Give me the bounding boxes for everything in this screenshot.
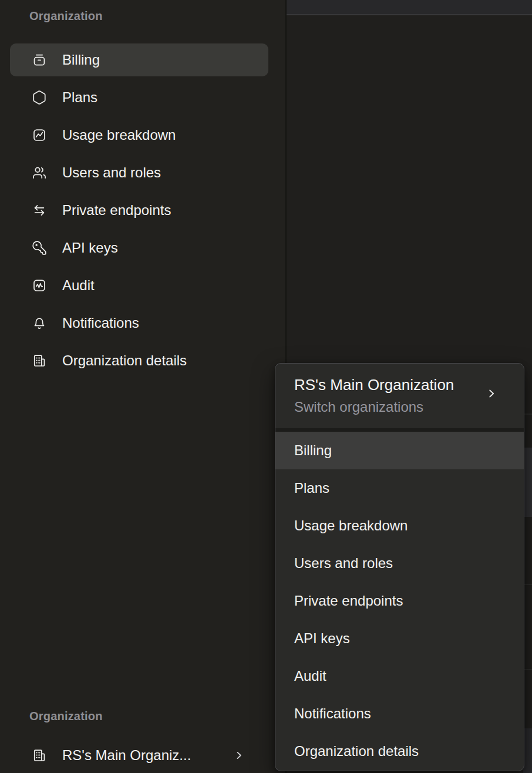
footer-section-label: Organization bbox=[29, 710, 103, 723]
chevron-right-icon bbox=[233, 750, 245, 761]
sidebar-item-label: Private endpoints bbox=[62, 202, 171, 219]
sidebar-item-label: Notifications bbox=[62, 315, 139, 331]
popup-item-label: API keys bbox=[294, 630, 350, 647]
audit-pulse-icon bbox=[32, 278, 47, 293]
popup-org-subtitle: Switch organizations bbox=[294, 399, 483, 415]
footer-org-switcher[interactable]: RS's Main Organiz... bbox=[10, 739, 268, 772]
popup-item-api-keys[interactable]: API keys bbox=[275, 620, 524, 657]
sidebar-item-billing[interactable]: Billing bbox=[10, 43, 268, 76]
popup-item-users-and-roles[interactable]: Users and roles bbox=[275, 545, 524, 582]
building-icon bbox=[32, 353, 47, 368]
popup-item-notifications[interactable]: Notifications bbox=[275, 695, 524, 732]
sidebar-item-api-keys[interactable]: API keys bbox=[10, 231, 268, 264]
background-row-highlight bbox=[523, 448, 532, 517]
popup-item-label: Notifications bbox=[294, 705, 371, 722]
hexagon-icon bbox=[32, 90, 47, 105]
sidebar-item-plans[interactable]: Plans bbox=[10, 81, 268, 114]
popup-item-label: Audit bbox=[294, 668, 326, 684]
popup-item-billing[interactable]: Billing bbox=[275, 432, 524, 469]
sidebar: Organization BillingPlansUsage breakdown… bbox=[0, 0, 287, 773]
popup-item-label: Billing bbox=[294, 442, 332, 459]
footer-org-name: RS's Main Organiz... bbox=[62, 747, 191, 764]
popup-item-label: Organization details bbox=[294, 743, 419, 759]
popup-item-label: Private endpoints bbox=[294, 593, 403, 609]
sidebar-item-label: API keys bbox=[62, 240, 118, 256]
sidebar-item-label: Users and roles bbox=[62, 164, 161, 181]
chevron-right-icon bbox=[485, 387, 498, 400]
sidebar-item-label: Plans bbox=[62, 89, 97, 106]
chart-trend-icon bbox=[32, 127, 47, 143]
content-topbar bbox=[287, 0, 532, 15]
sidebar-item-notifications[interactable]: Notifications bbox=[10, 307, 268, 340]
popup-item-usage-breakdown[interactable]: Usage breakdown bbox=[275, 507, 524, 545]
popup-item-plans[interactable]: Plans bbox=[275, 469, 524, 507]
sidebar-item-private-endpoints[interactable]: Private endpoints bbox=[10, 194, 268, 227]
popup-menu-items: BillingPlansUsage breakdownUsers and rol… bbox=[275, 432, 524, 770]
popup-item-label: Usage breakdown bbox=[294, 517, 408, 534]
popup-item-organization-details[interactable]: Organization details bbox=[275, 732, 524, 770]
sidebar-item-usage-breakdown[interactable]: Usage breakdown bbox=[10, 119, 268, 152]
background-row-highlight bbox=[523, 728, 532, 773]
swap-arrows-icon bbox=[32, 203, 47, 218]
sidebar-item-users-and-roles[interactable]: Users and roles bbox=[10, 156, 268, 189]
org-menu-popup: RS's Main Organization Switch organizati… bbox=[275, 363, 524, 771]
sidebar-item-label: Billing bbox=[62, 52, 100, 68]
building-icon bbox=[32, 748, 47, 763]
sidebar-item-label: Audit bbox=[62, 277, 95, 294]
background-row-divider bbox=[523, 669, 532, 670]
popup-item-private-endpoints[interactable]: Private endpoints bbox=[275, 582, 524, 620]
sidebar-item-label: Usage breakdown bbox=[62, 127, 176, 143]
background-row-divider bbox=[523, 414, 532, 415]
billing-icon bbox=[32, 52, 47, 68]
popup-org-title: RS's Main Organization bbox=[294, 375, 483, 395]
popup-item-audit[interactable]: Audit bbox=[275, 657, 524, 695]
background-row-divider bbox=[523, 584, 532, 585]
sidebar-item-audit[interactable]: Audit bbox=[10, 269, 268, 302]
popup-item-label: Users and roles bbox=[294, 555, 393, 572]
sidebar-nav: BillingPlansUsage breakdownUsers and rol… bbox=[10, 43, 268, 382]
popup-org-header[interactable]: RS's Main Organization Switch organizati… bbox=[275, 364, 524, 428]
sidebar-section-label: Organization bbox=[29, 9, 103, 23]
sidebar-item-label: Organization details bbox=[62, 352, 187, 369]
bell-icon bbox=[32, 315, 47, 331]
sidebar-item-organization-details[interactable]: Organization details bbox=[10, 344, 268, 377]
popup-item-label: Plans bbox=[294, 480, 329, 496]
users-icon bbox=[32, 165, 47, 180]
key-icon bbox=[32, 240, 47, 256]
